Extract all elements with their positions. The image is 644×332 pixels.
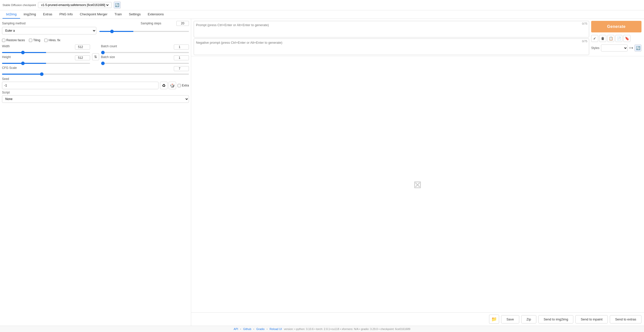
action-icons: ✓ 🗑 📋 📄 🔖: [591, 35, 641, 42]
styles-clear-button[interactable]: ×▾: [629, 46, 633, 50]
generate-column: Generate ✓ 🗑 📋 📄 🔖 Styles: [591, 21, 641, 55]
tiling-input[interactable]: [29, 39, 32, 42]
send-to-img2img-button[interactable]: Send to img2img: [538, 315, 574, 323]
width-slider[interactable]: [2, 52, 90, 53]
tab-pnginfo[interactable]: PNG Info: [56, 10, 76, 19]
left-panel: Sampling method Sampling steps 20 Euler …: [0, 19, 191, 326]
width-section: Width: [2, 44, 90, 54]
right-header: 0/75 0/75 Generate ✓: [191, 19, 644, 56]
batch-count-section: Batch count: [101, 44, 189, 54]
styles-dropdown[interactable]: [601, 44, 628, 52]
batch-size-value[interactable]: [174, 55, 189, 60]
restore-faces-checkbox[interactable]: Restore faces: [2, 38, 25, 42]
api-link[interactable]: API: [234, 327, 238, 330]
script-label: Script: [2, 91, 189, 94]
save-button[interactable]: Save: [501, 315, 519, 323]
extra-checkbox[interactable]: Extra: [178, 84, 189, 87]
height-value[interactable]: [75, 55, 90, 60]
open-folder-button[interactable]: 📁: [489, 315, 499, 324]
checkpoint-label: Stable Diffusion checkpoint: [3, 4, 36, 7]
tab-train[interactable]: Train: [111, 10, 125, 19]
seed-dice-button[interactable]: 🎲: [169, 82, 176, 89]
bottom-toolbar: 📁 Save Zip Send to img2img Send to inpai…: [191, 312, 644, 326]
sampling-method-label: Sampling method: [2, 22, 25, 25]
prompt-input[interactable]: [194, 21, 589, 36]
github-link[interactable]: Github: [243, 327, 251, 330]
width-label: Width: [2, 44, 10, 50]
nav-tabs: txt2img img2img Extras PNG Info Checkpoi…: [0, 10, 644, 19]
cfg-scale-value[interactable]: [174, 66, 189, 71]
batch-size-label: Batch size: [101, 55, 115, 60]
batch-size-slider[interactable]: [101, 63, 189, 64]
tab-img2img[interactable]: img2img: [20, 10, 39, 19]
seed-label: Seed: [2, 77, 9, 81]
tab-extensions[interactable]: Extensions: [144, 10, 167, 19]
checkpoint-dropdown[interactable]: v1-5-pruned-emaonly.safetensors [6ce0161…: [40, 3, 109, 7]
neg-prompt-counter: 0/75: [582, 40, 587, 43]
seed-input[interactable]: [2, 82, 158, 89]
checkboxes-row: Restore faces Tiling Hires. fix: [2, 37, 189, 43]
top-bar: Stable Diffusion checkpoint v1-5-pruned-…: [0, 0, 644, 10]
styles-label: Styles: [591, 46, 599, 50]
height-label: Height: [2, 55, 11, 60]
app-container: Stable Diffusion checkpoint v1-5-pruned-…: [0, 0, 644, 332]
sampling-steps-slider[interactable]: [99, 31, 189, 32]
tab-checkpoint[interactable]: Checkpoint Merger: [76, 10, 111, 19]
sampling-method-section: Sampling method Sampling steps 20 Euler …: [2, 21, 189, 34]
prompts-generate: 0/75 0/75 Generate ✓: [194, 21, 641, 55]
canvas-placeholder: ⊠: [413, 179, 422, 190]
swap-dimensions-button[interactable]: ⇅: [92, 53, 99, 60]
bookmark-button[interactable]: 🔖: [623, 35, 630, 42]
height-section: Height: [2, 55, 90, 65]
batch-count-value[interactable]: [174, 44, 189, 50]
paste-style2-button[interactable]: 📄: [615, 35, 622, 42]
cfg-scale-slider[interactable]: [2, 74, 189, 75]
styles-refresh-button[interactable]: 🔄: [634, 44, 641, 52]
script-dropdown[interactable]: None: [2, 95, 189, 103]
right-panel: 0/75 0/75 Generate ✓: [191, 19, 644, 326]
cfg-scale-label: CFG Scale: [2, 66, 17, 71]
batch-count-slider[interactable]: [101, 52, 189, 53]
extra-input[interactable]: [178, 84, 181, 87]
seed-section: Seed ♻ 🎲 Extra: [2, 77, 189, 89]
script-section: Script None: [2, 91, 189, 103]
neg-prompt-input[interactable]: [194, 39, 589, 54]
sampling-method-dropdown[interactable]: Euler aEulerLMSHeunDPM2DPM2 aDPM++ 2S aD…: [2, 27, 96, 34]
neg-prompt-section: 0/75: [194, 38, 589, 55]
sampling-steps-value[interactable]: 20: [176, 21, 189, 26]
hires-fix-input[interactable]: [44, 39, 48, 42]
tab-settings[interactable]: Settings: [125, 10, 144, 19]
paste-style1-button[interactable]: 📋: [607, 35, 614, 42]
batch-count-label: Batch count: [101, 44, 117, 50]
reload-ui-link[interactable]: Reload UI: [270, 327, 282, 330]
apply-styles-button[interactable]: ✓: [591, 35, 598, 42]
dimensions-section: Width Height ⇅: [2, 44, 189, 65]
send-to-extras-button[interactable]: Send to extras: [610, 315, 641, 323]
tab-extras[interactable]: Extras: [39, 10, 56, 19]
main-content: Sampling method Sampling steps 20 Euler …: [0, 19, 644, 326]
cfg-scale-section: CFG Scale: [2, 66, 189, 75]
height-slider[interactable]: [2, 63, 90, 64]
refresh-checkpoint-button[interactable]: 🔄: [114, 2, 121, 9]
seed-buttons: ♻ 🎲: [160, 82, 176, 89]
styles-section: Styles ×▾ 🔄: [591, 43, 641, 53]
seed-row: ♻ 🎲 Extra: [2, 82, 189, 89]
zip-button[interactable]: Zip: [521, 315, 536, 323]
send-to-inpaint-button[interactable]: Send to inpaint: [575, 315, 608, 323]
checkpoint-select[interactable]: v1-5-pruned-emaonly.safetensors [6ce0161…: [38, 2, 112, 8]
footer: API • Github • Gradio • Reload UI versio…: [0, 326, 644, 332]
generate-button[interactable]: Generate: [591, 21, 641, 32]
clear-button[interactable]: 🗑: [599, 35, 606, 42]
tiling-checkbox[interactable]: Tiling: [29, 38, 40, 42]
prompts-column: 0/75 0/75: [194, 21, 589, 55]
seed-recycle-button[interactable]: ♻: [160, 82, 168, 89]
hires-fix-checkbox[interactable]: Hires. fix: [44, 38, 60, 42]
prompt-section: 0/75: [194, 21, 589, 37]
width-value[interactable]: [75, 44, 90, 50]
gradio-link[interactable]: Gradio: [256, 327, 265, 330]
restore-faces-input[interactable]: [2, 39, 5, 42]
prompt-counter: 0/75: [582, 22, 587, 25]
batch-size-section: Batch size: [101, 55, 189, 65]
sampling-steps-label: Sampling steps: [141, 22, 161, 25]
tab-txt2img[interactable]: txt2img: [3, 10, 20, 19]
